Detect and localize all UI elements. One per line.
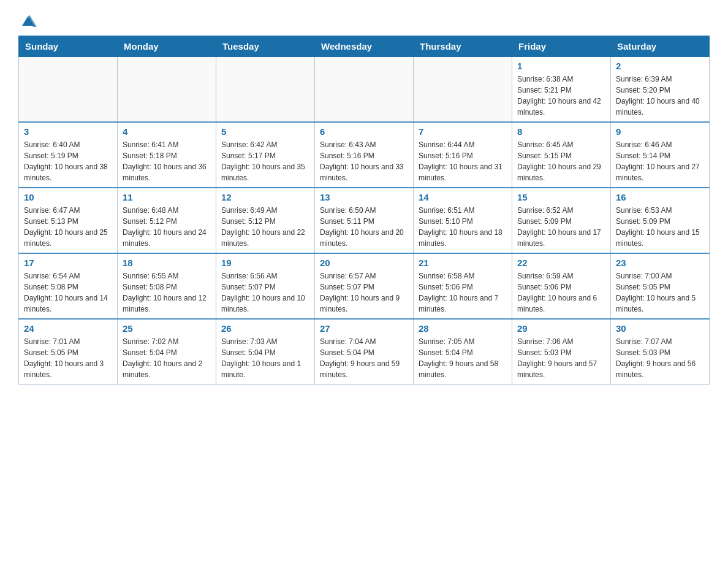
calendar-cell [414, 57, 512, 123]
day-number: 12 [221, 192, 309, 202]
day-number: 8 [517, 126, 605, 137]
calendar-cell: 13Sunrise: 6:50 AMSunset: 5:11 PMDayligh… [315, 188, 414, 253]
weekday-header-monday: Monday [118, 36, 216, 57]
day-info: Sunrise: 6:57 AMSunset: 5:07 PMDaylight:… [320, 270, 408, 315]
day-number: 16 [616, 192, 704, 202]
calendar-cell [315, 57, 414, 123]
weekday-header-sunday: Sunday [19, 36, 118, 57]
calendar-cell: 5Sunrise: 6:42 AMSunset: 5:17 PMDaylight… [216, 122, 315, 188]
weekday-header-row: SundayMondayTuesdayWednesdayThursdayFrid… [19, 36, 710, 57]
calendar-row-3: 17Sunrise: 6:54 AMSunset: 5:08 PMDayligh… [19, 253, 710, 319]
day-info: Sunrise: 6:50 AMSunset: 5:11 PMDaylight:… [320, 205, 408, 249]
calendar-cell: 22Sunrise: 6:59 AMSunset: 5:06 PMDayligh… [512, 253, 611, 319]
calendar-row-2: 10Sunrise: 6:47 AMSunset: 5:13 PMDayligh… [19, 188, 710, 253]
day-number: 9 [616, 126, 704, 137]
calendar-cell [118, 57, 216, 123]
day-info: Sunrise: 6:52 AMSunset: 5:09 PMDaylight:… [517, 205, 605, 249]
day-info: Sunrise: 6:59 AMSunset: 5:06 PMDaylight:… [517, 270, 605, 315]
day-number: 6 [320, 126, 408, 137]
day-number: 11 [123, 192, 211, 202]
calendar-table: SundayMondayTuesdayWednesdayThursdayFrid… [18, 36, 710, 385]
calendar-cell: 17Sunrise: 6:54 AMSunset: 5:08 PMDayligh… [19, 253, 118, 319]
day-info: Sunrise: 6:47 AMSunset: 5:13 PMDaylight:… [24, 205, 112, 249]
day-info: Sunrise: 6:49 AMSunset: 5:12 PMDaylight:… [221, 205, 309, 249]
day-info: Sunrise: 6:45 AMSunset: 5:15 PMDaylight:… [517, 139, 605, 183]
calendar-cell: 26Sunrise: 7:03 AMSunset: 5:04 PMDayligh… [216, 319, 315, 385]
day-number: 13 [320, 192, 408, 202]
calendar-cell: 14Sunrise: 6:51 AMSunset: 5:10 PMDayligh… [414, 188, 512, 253]
day-number: 17 [24, 258, 112, 268]
day-number: 10 [24, 192, 112, 202]
day-info: Sunrise: 7:07 AMSunset: 5:03 PMDaylight:… [616, 336, 704, 380]
calendar-cell: 10Sunrise: 6:47 AMSunset: 5:13 PMDayligh… [19, 188, 118, 253]
calendar-cell: 4Sunrise: 6:41 AMSunset: 5:18 PMDaylight… [118, 122, 216, 188]
day-info: Sunrise: 7:02 AMSunset: 5:04 PMDaylight:… [123, 336, 211, 380]
day-info: Sunrise: 6:46 AMSunset: 5:14 PMDaylight:… [616, 139, 704, 183]
calendar-cell: 6Sunrise: 6:43 AMSunset: 5:16 PMDaylight… [315, 122, 414, 188]
day-info: Sunrise: 6:51 AMSunset: 5:10 PMDaylight:… [419, 205, 507, 249]
day-info: Sunrise: 7:05 AMSunset: 5:04 PMDaylight:… [419, 336, 507, 380]
calendar-cell: 9Sunrise: 6:46 AMSunset: 5:14 PMDaylight… [611, 122, 710, 188]
day-info: Sunrise: 6:55 AMSunset: 5:08 PMDaylight:… [123, 270, 211, 315]
day-number: 20 [320, 258, 408, 268]
calendar-cell [19, 57, 118, 123]
day-info: Sunrise: 7:00 AMSunset: 5:05 PMDaylight:… [616, 270, 704, 315]
day-number: 29 [517, 323, 605, 334]
day-info: Sunrise: 6:58 AMSunset: 5:06 PMDaylight:… [419, 270, 507, 315]
calendar-cell: 21Sunrise: 6:58 AMSunset: 5:06 PMDayligh… [414, 253, 512, 319]
calendar-cell [216, 57, 315, 123]
day-number: 5 [221, 126, 309, 137]
weekday-header-wednesday: Wednesday [315, 36, 414, 57]
day-info: Sunrise: 7:04 AMSunset: 5:04 PMDaylight:… [320, 336, 408, 380]
day-number: 4 [123, 126, 211, 137]
logo [18, 12, 38, 29]
day-info: Sunrise: 7:03 AMSunset: 5:04 PMDaylight:… [221, 336, 309, 380]
logo-icon [20, 12, 37, 29]
day-number: 22 [517, 258, 605, 268]
day-number: 30 [616, 323, 704, 334]
calendar-cell: 28Sunrise: 7:05 AMSunset: 5:04 PMDayligh… [414, 319, 512, 385]
calendar-cell: 12Sunrise: 6:49 AMSunset: 5:12 PMDayligh… [216, 188, 315, 253]
calendar-cell: 8Sunrise: 6:45 AMSunset: 5:15 PMDaylight… [512, 122, 611, 188]
day-info: Sunrise: 6:38 AMSunset: 5:21 PMDaylight:… [517, 74, 605, 118]
calendar-cell: 16Sunrise: 6:53 AMSunset: 5:09 PMDayligh… [611, 188, 710, 253]
calendar-cell: 18Sunrise: 6:55 AMSunset: 5:08 PMDayligh… [118, 253, 216, 319]
day-number: 26 [221, 323, 309, 334]
calendar-cell: 1Sunrise: 6:38 AMSunset: 5:21 PMDaylight… [512, 57, 611, 123]
calendar-row-1: 3Sunrise: 6:40 AMSunset: 5:19 PMDaylight… [19, 122, 710, 188]
day-info: Sunrise: 6:56 AMSunset: 5:07 PMDaylight:… [221, 270, 309, 315]
day-info: Sunrise: 7:01 AMSunset: 5:05 PMDaylight:… [24, 336, 112, 380]
weekday-header-tuesday: Tuesday [216, 36, 315, 57]
day-info: Sunrise: 6:43 AMSunset: 5:16 PMDaylight:… [320, 139, 408, 183]
calendar-row-4: 24Sunrise: 7:01 AMSunset: 5:05 PMDayligh… [19, 319, 710, 385]
calendar-cell: 11Sunrise: 6:48 AMSunset: 5:12 PMDayligh… [118, 188, 216, 253]
day-info: Sunrise: 6:44 AMSunset: 5:16 PMDaylight:… [419, 139, 507, 183]
calendar-cell: 3Sunrise: 6:40 AMSunset: 5:19 PMDaylight… [19, 122, 118, 188]
calendar-row-0: 1Sunrise: 6:38 AMSunset: 5:21 PMDaylight… [19, 57, 710, 123]
calendar-cell: 25Sunrise: 7:02 AMSunset: 5:04 PMDayligh… [118, 319, 216, 385]
day-info: Sunrise: 6:42 AMSunset: 5:17 PMDaylight:… [221, 139, 309, 183]
day-number: 27 [320, 323, 408, 334]
day-number: 28 [419, 323, 507, 334]
calendar-cell: 23Sunrise: 7:00 AMSunset: 5:05 PMDayligh… [611, 253, 710, 319]
day-info: Sunrise: 7:06 AMSunset: 5:03 PMDaylight:… [517, 336, 605, 380]
calendar-cell: 19Sunrise: 6:56 AMSunset: 5:07 PMDayligh… [216, 253, 315, 319]
day-info: Sunrise: 6:54 AMSunset: 5:08 PMDaylight:… [24, 270, 112, 315]
day-number: 7 [419, 126, 507, 137]
day-number: 21 [419, 258, 507, 268]
calendar-cell: 7Sunrise: 6:44 AMSunset: 5:16 PMDaylight… [414, 122, 512, 188]
weekday-header-saturday: Saturday [611, 36, 710, 57]
day-number: 25 [123, 323, 211, 334]
calendar-cell: 15Sunrise: 6:52 AMSunset: 5:09 PMDayligh… [512, 188, 611, 253]
day-number: 18 [123, 258, 211, 268]
day-info: Sunrise: 6:39 AMSunset: 5:20 PMDaylight:… [616, 74, 704, 118]
calendar-cell: 29Sunrise: 7:06 AMSunset: 5:03 PMDayligh… [512, 319, 611, 385]
calendar-cell: 24Sunrise: 7:01 AMSunset: 5:05 PMDayligh… [19, 319, 118, 385]
calendar-cell: 2Sunrise: 6:39 AMSunset: 5:20 PMDaylight… [611, 57, 710, 123]
calendar-cell: 30Sunrise: 7:07 AMSunset: 5:03 PMDayligh… [611, 319, 710, 385]
weekday-header-friday: Friday [512, 36, 611, 57]
day-info: Sunrise: 6:41 AMSunset: 5:18 PMDaylight:… [123, 139, 211, 183]
day-number: 14 [419, 192, 507, 202]
day-number: 2 [616, 61, 704, 71]
day-number: 24 [24, 323, 112, 334]
